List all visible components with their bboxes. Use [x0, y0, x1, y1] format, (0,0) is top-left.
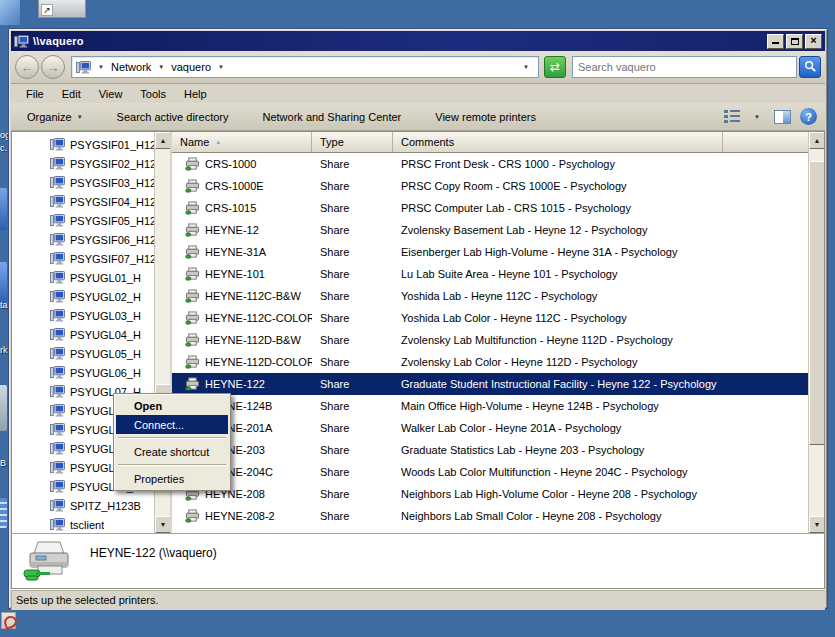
maximize-button[interactable]	[786, 34, 803, 49]
search-icon	[804, 60, 817, 75]
row-comments-cell: Zvolensky Lab Color - Heyne 112D - Psych…	[393, 356, 824, 368]
help-icon[interactable]: ?	[800, 108, 817, 125]
back-button[interactable]: ←	[15, 55, 39, 79]
context-menu-item-properties[interactable]: Properties	[116, 469, 228, 488]
tree-item[interactable]: PSYUGL02_H	[12, 287, 170, 306]
menu-tools[interactable]: Tools	[131, 86, 175, 102]
tree-item[interactable]: tsclient	[12, 515, 170, 533]
menu-help[interactable]: Help	[175, 86, 216, 102]
row-comments-cell: Yoshida Lab Color - Heyne 112C - Psychol…	[393, 312, 824, 324]
tree-item[interactable]: PSYGSIF04_H122	[12, 192, 170, 211]
computer-icon	[50, 442, 65, 455]
table-row[interactable]: HEYNE-201AShareWalker Lab Color - Heyne …	[172, 417, 824, 439]
table-row[interactable]: HEYNE-112C-COLORShareYoshida Lab Color -…	[172, 307, 824, 329]
tree-item[interactable]: SPITZ_H123B	[12, 496, 170, 515]
scroll-down-icon[interactable]: ▼	[809, 516, 824, 533]
tree-item-label: PSYUGL04_H	[70, 329, 141, 341]
row-name-label: HEYNE-31A	[205, 246, 266, 258]
view-remote-printers-button[interactable]: View remote printers	[427, 107, 544, 127]
computer-icon	[50, 214, 65, 227]
table-row[interactable]: CRS-1015SharePRSC Computer Lab - CRS 101…	[172, 197, 824, 219]
table-row[interactable]: HEYNE-101ShareLu Lab Suite Area - Heyne …	[172, 263, 824, 285]
scroll-up-icon[interactable]: ▲	[809, 132, 824, 149]
row-comments-cell: Zvolensky Basement Lab - Heyne 12 - Psyc…	[393, 224, 824, 236]
table-row[interactable]: HEYNE-12ShareZvolensky Basement Lab - He…	[172, 219, 824, 241]
tree-item[interactable]: PSYGSIF03_H122	[12, 173, 170, 192]
organize-button[interactable]: Organize ▼	[19, 107, 91, 127]
table-row[interactable]: HEYNE-203ShareGraduate Statistics Lab - …	[172, 439, 824, 461]
breadcrumb-vaquero[interactable]: vaquero	[169, 61, 213, 73]
network-sharing-center-button[interactable]: Network and Sharing Center	[254, 107, 409, 127]
row-type-cell: Share	[312, 246, 393, 258]
menu-view[interactable]: View	[90, 86, 132, 102]
scroll-up-icon[interactable]: ▲	[155, 132, 171, 149]
tree-item[interactable]: PSYGSIF05_H122	[12, 211, 170, 230]
table-row[interactable]: HEYNE-122ShareGraduate Student Instructi…	[172, 373, 824, 395]
list-scrollbar-thumb[interactable]	[809, 161, 824, 445]
minimize-button[interactable]	[767, 34, 784, 49]
tree-item-label: PSYGSIF01_H122	[70, 139, 162, 151]
table-row[interactable]: HEYNE-124BShareMain Office High-Volume -…	[172, 395, 824, 417]
table-row[interactable]: HEYNE-208-2ShareNeighbors Lab Small Colo…	[172, 505, 824, 527]
printer-icon	[185, 179, 200, 193]
forward-button[interactable]: →	[41, 55, 65, 79]
column-headers: Name ▲ Type Comments	[172, 132, 824, 153]
row-comments-cell: Main Office High-Volume - Heyne 124B - P…	[393, 400, 824, 412]
printer-icon	[22, 540, 76, 582]
table-row[interactable]: HEYNE-112D-B&WShareZvolensky Lab Multifu…	[172, 329, 824, 351]
table-row[interactable]: HEYNE-208ShareNeighbors Lab High-Volume …	[172, 483, 824, 505]
menu-edit[interactable]: Edit	[53, 86, 90, 102]
context-menu-item-open[interactable]: Open	[116, 396, 228, 415]
desktop-shortcut-icon[interactable]: ↗	[38, 0, 86, 18]
computer-icon	[50, 138, 65, 151]
search-active-directory-button[interactable]: Search active directory	[109, 107, 237, 127]
tree-item[interactable]: PSYGSIF01_H122	[12, 135, 170, 154]
table-row[interactable]: HEYNE-204CShareWoods Lab Color Multifunc…	[172, 461, 824, 483]
printer-icon	[185, 333, 200, 347]
views-icon[interactable]	[724, 110, 740, 123]
tree-item[interactable]: PSYGSIF02_H122	[12, 154, 170, 173]
search-input[interactable]	[573, 57, 796, 77]
preview-pane-icon[interactable]	[774, 110, 791, 124]
row-comments-cell: Eisenberger Lab High-Volume - Heyne 31A …	[393, 246, 824, 258]
table-row[interactable]: HEYNE-31AShareEisenberger Lab High-Volum…	[172, 241, 824, 263]
address-breadcrumb-bar[interactable]: ▼ Network ▼ vaquero ▼ ▼	[71, 56, 539, 78]
table-row[interactable]: HEYNE-112D-COLORShareZvolensky Lab Color…	[172, 351, 824, 373]
title-bar[interactable]: \\vaquero ×	[11, 31, 825, 51]
context-menu-item-create-shortcut[interactable]: Create shortcut	[116, 442, 228, 461]
selected-item-title: HEYNE-122 (\\vaquero)	[90, 546, 217, 560]
tree-item[interactable]: PSYUGL03_H	[12, 306, 170, 325]
menu-file[interactable]: File	[17, 86, 53, 102]
chevron-down-icon[interactable]: ▼	[98, 64, 104, 70]
search-button[interactable]	[799, 56, 821, 78]
printer-icon	[185, 267, 200, 281]
list-scrollbar[interactable]: ▲ ▼	[808, 132, 824, 533]
refresh-button[interactable]: ⇄	[544, 56, 566, 78]
tree-item[interactable]: PSYGSIF06_H122	[12, 230, 170, 249]
address-dropdown-icon[interactable]: ▼	[523, 64, 529, 70]
table-row[interactable]: CRS-1000ESharePRSC Copy Room - CRS 1000E…	[172, 175, 824, 197]
tree-item[interactable]: PSYUGL05_H	[12, 344, 170, 363]
tree-item[interactable]: PSYUGL01_H	[12, 268, 170, 287]
printer-icon	[185, 157, 200, 171]
context-menu-item-connect[interactable]: Connect...	[116, 415, 228, 434]
breadcrumb-network[interactable]: Network	[109, 61, 153, 73]
row-name-cell: CRS-1000	[172, 157, 312, 171]
row-name-label: HEYNE-208-2	[205, 510, 275, 522]
address-bar-row: ← → ▼ Network ▼ vaquero ▼ ▼ ⇄	[11, 51, 825, 84]
column-header-comments[interactable]: Comments	[393, 132, 723, 153]
chevron-down-icon[interactable]: ▼	[218, 64, 224, 70]
chevron-down-icon[interactable]: ▼	[158, 64, 164, 70]
tree-item[interactable]: PSYUGL06_H	[12, 363, 170, 382]
table-row[interactable]: CRS-1000SharePRSC Front Desk - CRS 1000 …	[172, 153, 824, 175]
column-header-name[interactable]: Name ▲	[172, 132, 312, 153]
row-name-label: HEYNE-101	[205, 268, 265, 280]
table-row[interactable]: HEYNE-112C-B&WShareYoshida Lab - Heyne 1…	[172, 285, 824, 307]
search-box[interactable]	[572, 56, 797, 78]
tree-item[interactable]: PSYUGL04_H	[12, 325, 170, 344]
views-dropdown-icon[interactable]: ▼	[754, 114, 760, 120]
tree-item[interactable]: PSYGSIF07_H122	[12, 249, 170, 268]
column-header-type[interactable]: Type	[312, 132, 393, 153]
close-button[interactable]: ×	[805, 34, 822, 49]
scroll-down-icon[interactable]: ▼	[155, 516, 171, 533]
